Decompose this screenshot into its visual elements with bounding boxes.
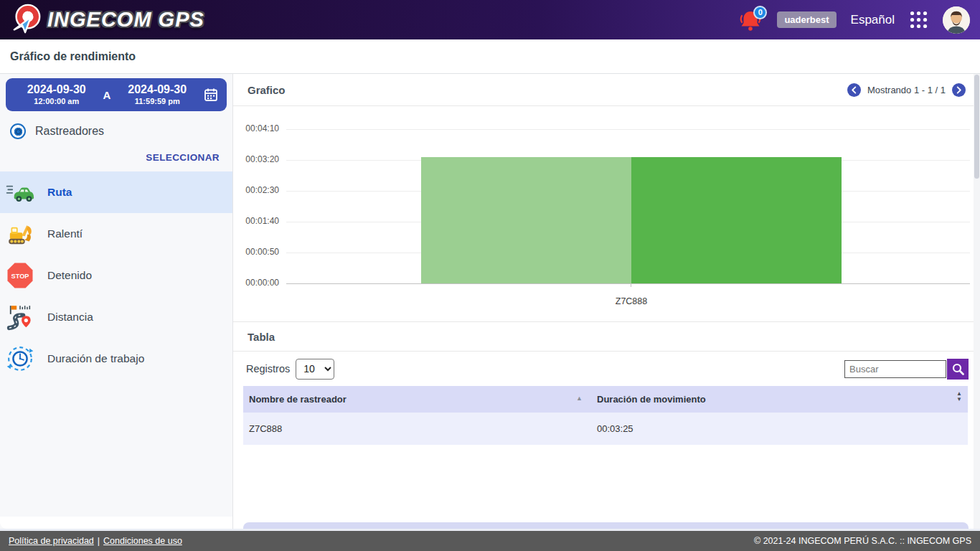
cell-tracker-name: Z7C888 [243,413,591,445]
sidebar-item-label: Detenido [47,269,92,282]
registros-label: Registros [246,363,290,375]
paging-status: Mostrando 1 - 1 / 1 [867,85,946,95]
chart-pager: Mostrando 1 - 1 / 1 [847,83,966,97]
work-duration-icon [6,344,34,373]
sidebar-item-ruta[interactable]: Ruta [0,171,232,213]
date-to: 2024-09-30 11:59:59 pm [115,83,199,107]
search-input[interactable] [844,360,946,378]
main-content: Grafico Mostrando 1 - 1 / 1 00:04:1000:0… [233,74,980,529]
logo-text: INGECOM GPS [47,8,204,32]
results-table: Nombre de rastreador ▲ Duración de movim… [243,386,968,445]
apps-grid-icon[interactable] [909,10,928,29]
chart-gridline [286,283,970,284]
radio-button[interactable] [10,123,26,139]
sidebar-bottom [0,517,232,529]
table-footer-bar [243,522,969,529]
sidebar: 2024-09-30 12:00:00 am A 2024-09-30 11:5… [0,74,233,529]
chart-bar-segment [421,157,631,283]
bell-icon [738,23,763,35]
y-axis-tick-label: 00:00:50 [233,247,279,257]
stop-icon: STOP [6,261,34,290]
cell-duration: 00:03:25 [591,413,968,445]
date-from: 2024-09-30 12:00:00 am [14,83,99,107]
table-header-row: Nombre de rastreador ▲ Duración de movim… [243,386,968,413]
grafico-title: Grafico [248,84,286,96]
chart-gridline [286,129,970,130]
bar-chart: 00:04:1000:03:2000:02:3000:01:4000:00:50… [233,106,980,321]
seleccionar-link[interactable]: SELECCIONAR [0,152,220,163]
app-logo[interactable]: INGECOM GPS [10,2,204,38]
sidebar-item-label: Ruta [47,186,72,199]
table-controls: Registros 10 [233,352,980,386]
y-axis-tick-label: 00:02:30 [233,185,279,195]
y-axis-tick-label: 00:03:20 [233,154,279,164]
sidebar-item-label: Distancia [47,311,93,324]
tabla-panel-header: Tabla [233,321,980,352]
sidebar-item-label: Duración de trabajo [47,352,144,365]
sidebar-item-label: Ralentí [47,227,83,240]
terms-of-use-link[interactable]: Condiciones de uso [103,536,182,546]
x-axis-tick [631,283,631,287]
grafico-panel-header: Grafico Mostrando 1 - 1 / 1 [233,74,980,106]
page-footer: Política de privacidad | Condiciones de … [0,531,980,551]
notifications-button[interactable]: 0 [738,7,763,33]
y-axis-tick-label: 00:00:00 [233,278,279,288]
breadcrumb: Gráfico de rendimiento [0,39,980,74]
table-row[interactable]: Z7C888 00:03:25 [243,413,968,445]
distance-icon [6,303,34,331]
chart-bar[interactable] [421,157,842,283]
user-avatar[interactable] [943,6,970,34]
registros-select[interactable]: 10 [296,359,334,380]
top-navbar: INGECOM GPS 0 uaderbest Español [0,0,980,39]
column-header-nombre[interactable]: Nombre de rastreador ▲ [243,386,591,413]
privacy-policy-link[interactable]: Política de privacidad [9,536,94,546]
column-header-duracion[interactable]: Duración de movimiento ▲▼ [591,386,968,413]
tabla-title: Tabla [248,331,275,343]
prev-page-button[interactable] [847,83,861,97]
notification-count-badge: 0 [753,6,767,19]
date-range-picker[interactable]: 2024-09-30 12:00:00 am A 2024-09-30 11:5… [6,78,227,111]
rastreadores-radio-row[interactable]: Rastreadores [10,123,232,139]
next-page-button[interactable] [952,83,966,97]
svg-text:STOP: STOP [11,273,29,280]
sort-both-icon[interactable]: ▲▼ [956,391,962,402]
sidebar-menu: Ruta [0,171,232,380]
sidebar-item-detenido[interactable]: STOP Detenido [0,255,232,296]
y-axis-tick-label: 00:04:10 [233,123,279,133]
language-selector[interactable]: Español [851,13,895,27]
sidebar-item-distancia[interactable]: Distancia [0,296,232,338]
username-badge[interactable]: uaderbest [777,11,836,28]
vertical-scrollbar[interactable] [974,74,980,529]
search-button[interactable] [947,359,969,380]
scrollbar-thumb[interactable] [974,75,979,179]
sidebar-item-duracion-trabajo[interactable]: Duración de trabajo [0,338,232,380]
date-separator: A [99,89,116,101]
car-icon [6,178,34,207]
logo-pin-icon [10,2,43,38]
y-axis-tick-label: 00:01:40 [233,216,279,226]
calendar-icon [204,88,218,102]
footer-divider: | [98,536,100,546]
radio-label: Rastreadores [35,125,104,138]
x-axis-category-label: Z7C888 [421,296,842,306]
sidebar-item-ralenti[interactable]: Ralentí [0,213,232,255]
copyright-text: © 2021-24 INGECOM PERÚ S.A.C. :: INGECOM… [754,536,971,546]
excavator-icon [6,220,34,248]
search-icon [952,363,964,375]
page-title: Gráfico de rendimiento [10,50,136,63]
chart-bar-segment [631,157,842,283]
sort-asc-icon[interactable]: ▲ [576,395,583,402]
